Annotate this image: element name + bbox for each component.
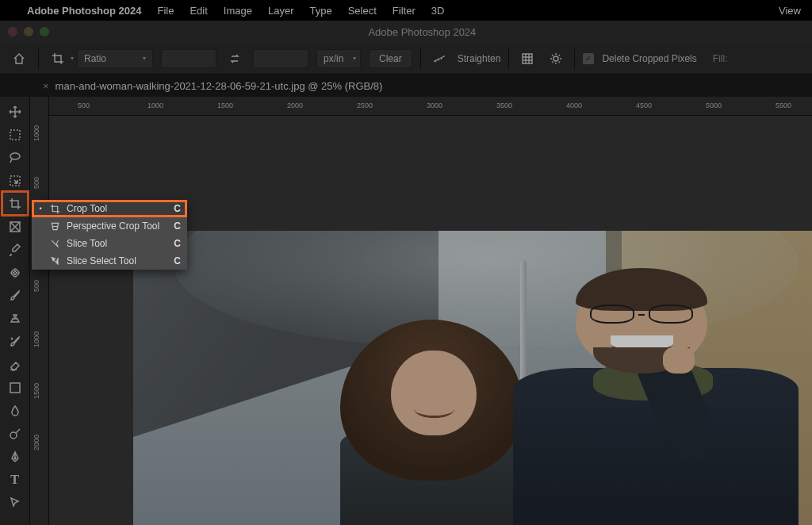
ruler-tick: 1500 — [217, 102, 233, 109]
menu-edit[interactable]: Edit — [190, 5, 207, 17]
delete-cropped-checkbox[interactable]: ✓ — [583, 53, 594, 64]
crop-options-button[interactable] — [546, 49, 566, 68]
svg-point-12 — [14, 458, 16, 459]
svg-point-9 — [14, 274, 15, 274]
flyout-item-label: Crop Tool — [67, 203, 163, 214]
crop-width-field[interactable] — [161, 49, 216, 68]
menu-3d[interactable]: 3D — [431, 5, 445, 17]
ruler-tick: 2500 — [357, 102, 373, 109]
ruler-tick: 1000 — [33, 125, 40, 141]
home-button[interactable] — [8, 48, 30, 70]
menu-layer[interactable]: Layer — [268, 5, 294, 17]
window-titlebar: Adobe Photoshop 2024 — [0, 21, 812, 43]
chevron-down-icon: ▾ — [353, 55, 356, 62]
svg-point-0 — [553, 56, 558, 61]
swap-dimensions-button[interactable] — [224, 49, 245, 68]
overlay-options-button[interactable] — [517, 49, 538, 68]
history-brush-tool[interactable] — [2, 330, 28, 353]
menu-image[interactable]: Image — [224, 5, 252, 17]
brush-tool[interactable] — [2, 284, 28, 307]
straighten-label[interactable]: Straighten — [458, 53, 501, 64]
ruler-tick: 3500 — [496, 102, 512, 109]
options-bar: ▾ Ratio ▾ px/in ▾ Clear Straighten ✓ Del… — [0, 43, 812, 75]
crop-tool[interactable] — [2, 192, 28, 215]
tool-preset-dropdown[interactable]: ▾ — [47, 49, 69, 68]
svg-rect-5 — [10, 268, 19, 277]
svg-rect-1 — [10, 130, 20, 140]
object-selection-tool[interactable] — [2, 169, 28, 192]
marquee-tool[interactable] — [2, 123, 28, 146]
ruler-tick: 3000 — [427, 102, 442, 109]
traffic-lights — [8, 27, 49, 36]
flyout-item-shortcut: C — [170, 220, 181, 232]
clear-button[interactable]: Clear — [369, 49, 412, 68]
type-tool[interactable]: T — [2, 468, 28, 491]
delete-cropped-label: Delete Cropped Pixels — [602, 53, 696, 64]
flyout-item-shortcut: C — [170, 238, 181, 249]
blur-tool[interactable] — [2, 399, 28, 422]
lasso-tool[interactable] — [2, 146, 28, 169]
svg-rect-10 — [10, 383, 20, 393]
eyedropper-tool[interactable] — [2, 238, 28, 261]
menu-type[interactable]: Type — [310, 5, 332, 17]
flyout-item-shortcut: C — [170, 203, 181, 214]
menu-select[interactable]: Select — [348, 5, 377, 17]
window-minimize-icon[interactable] — [24, 27, 33, 36]
ruler-tick: 500 — [78, 102, 90, 109]
clone-stamp-tool[interactable] — [2, 307, 28, 330]
crop-height-field[interactable] — [253, 49, 308, 68]
ruler-tick: 5000 — [706, 102, 722, 109]
straighten-icon[interactable] — [429, 49, 450, 68]
document-image — [133, 231, 812, 525]
flyout-item-perspective-crop-tool[interactable]: Perspective Crop Tool C — [32, 217, 187, 235]
active-indicator-icon: • — [38, 205, 43, 213]
window-close-icon[interactable] — [8, 27, 17, 36]
healing-brush-tool[interactable] — [2, 261, 28, 284]
clear-label: Clear — [379, 53, 402, 64]
flyout-item-crop-tool[interactable]: • Crop Tool C — [32, 200, 187, 217]
slice-select-icon — [49, 255, 60, 266]
workspace: T 1000 500 0 500 1000 1500 2000 500 1000… — [0, 97, 812, 525]
flyout-item-shortcut: C — [170, 255, 181, 266]
aspect-ratio-dropdown[interactable]: Ratio ▾ — [77, 49, 153, 68]
pen-tool[interactable] — [2, 445, 28, 468]
menu-file[interactable]: File — [157, 5, 174, 17]
move-tool[interactable] — [2, 100, 28, 123]
ruler-tick: 2000 — [287, 102, 303, 109]
flyout-item-label: Perspective Crop Tool — [67, 220, 163, 232]
horizontal-ruler[interactable]: 500 1000 1500 2000 2500 3000 3500 4000 4… — [49, 97, 812, 116]
eraser-tool[interactable] — [2, 353, 28, 376]
svg-point-7 — [16, 272, 17, 273]
flyout-item-slice-select-tool[interactable]: Slice Select Tool C — [32, 252, 187, 270]
frame-tool[interactable] — [2, 215, 28, 238]
separator — [38, 49, 39, 68]
document-tab-title: man-and-woman-walking-2021-12-28-06-59-2… — [56, 80, 383, 92]
units-dropdown[interactable]: px/in ▾ — [316, 49, 361, 68]
vertical-ruler[interactable]: 1000 500 0 500 1000 1500 2000 — [30, 97, 49, 525]
flyout-item-label: Slice Tool — [67, 238, 163, 249]
ruler-tick: 4500 — [636, 102, 652, 109]
gradient-tool[interactable] — [2, 376, 28, 399]
flyout-item-slice-tool[interactable]: Slice Tool C — [32, 235, 187, 252]
ruler-tick: 5500 — [776, 102, 791, 109]
mac-menubar: Adobe Photoshop 2024 File Edit Image Lay… — [0, 0, 812, 21]
units-label: px/in — [324, 53, 343, 64]
tools-panel: T — [0, 97, 30, 525]
document-tab[interactable]: × man-and-woman-walking-2021-12-28-06-59… — [43, 80, 382, 92]
svg-point-11 — [10, 432, 17, 439]
separator — [420, 49, 421, 68]
aspect-ratio-label: Ratio — [84, 53, 106, 64]
window-zoom-icon[interactable] — [40, 27, 49, 36]
menu-filter[interactable]: Filter — [393, 5, 416, 17]
chevron-down-icon: ▾ — [143, 55, 146, 62]
dodge-tool[interactable] — [2, 422, 28, 445]
close-icon[interactable]: × — [43, 80, 49, 92]
menubar-app[interactable]: Adobe Photoshop 2024 — [27, 5, 141, 17]
path-selection-tool[interactable] — [2, 491, 28, 514]
separator — [508, 49, 509, 68]
perspective-crop-icon — [49, 220, 60, 232]
ruler-tick: 500 — [33, 177, 40, 189]
canvas-viewport[interactable] — [49, 116, 812, 525]
menu-view[interactable]: View — [779, 5, 801, 17]
ruler-tick: 4000 — [566, 102, 582, 109]
